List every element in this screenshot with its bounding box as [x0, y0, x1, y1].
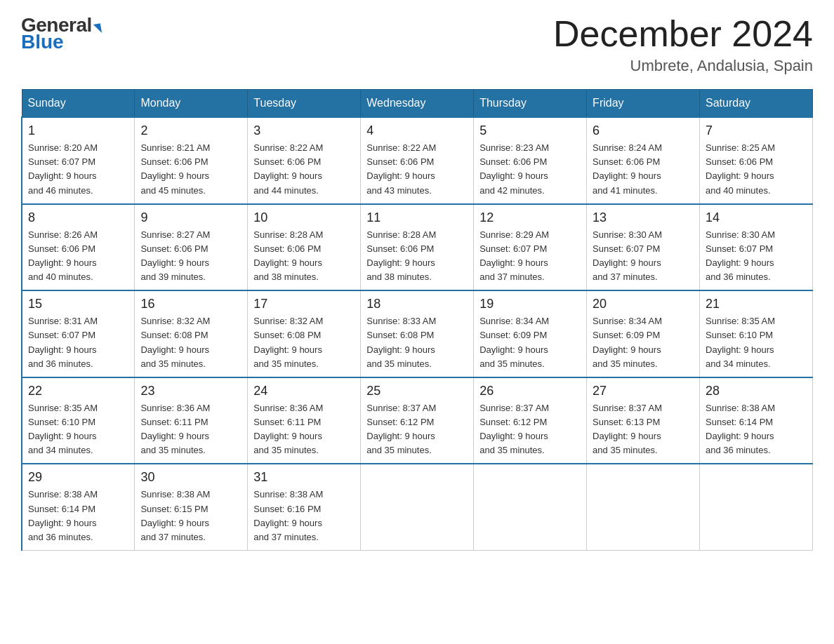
day-info: Sunrise: 8:37 AM Sunset: 6:12 PM Dayligh… — [366, 401, 468, 458]
calendar-cell: 1 Sunrise: 8:20 AM Sunset: 6:07 PM Dayli… — [22, 117, 135, 204]
day-number: 11 — [366, 210, 468, 225]
calendar-cell: 24 Sunrise: 8:36 AM Sunset: 6:11 PM Dayl… — [248, 377, 361, 464]
weekday-header-monday: Monday — [135, 90, 248, 118]
weekday-header-sunday: Sunday — [22, 90, 135, 118]
month-title: December 2024 — [553, 14, 813, 54]
calendar-cell: 12 Sunrise: 8:29 AM Sunset: 6:07 PM Dayl… — [474, 204, 587, 291]
day-info: Sunrise: 8:38 AM Sunset: 6:14 PM Dayligh… — [28, 488, 128, 544]
day-number: 6 — [593, 123, 694, 138]
week-row-1: 1 Sunrise: 8:20 AM Sunset: 6:07 PM Dayli… — [22, 117, 813, 204]
day-number: 27 — [593, 384, 694, 398]
day-info: Sunrise: 8:25 AM Sunset: 6:06 PM Dayligh… — [706, 141, 807, 198]
calendar-cell: 26 Sunrise: 8:37 AM Sunset: 6:12 PM Dayl… — [474, 377, 587, 464]
day-number: 23 — [140, 384, 241, 398]
day-number: 30 — [140, 470, 241, 485]
day-number: 21 — [706, 297, 807, 311]
calendar-cell: 23 Sunrise: 8:36 AM Sunset: 6:11 PM Dayl… — [135, 377, 248, 464]
day-number: 24 — [253, 384, 355, 398]
calendar-cell: 22 Sunrise: 8:35 AM Sunset: 6:10 PM Dayl… — [22, 377, 135, 464]
day-info: Sunrise: 8:23 AM Sunset: 6:06 PM Dayligh… — [479, 141, 581, 198]
logo-arrow-icon — [93, 23, 102, 34]
day-number: 25 — [366, 384, 468, 398]
day-info: Sunrise: 8:34 AM Sunset: 6:09 PM Dayligh… — [593, 314, 694, 371]
weekday-header-row: SundayMondayTuesdayWednesdayThursdayFrid… — [22, 90, 813, 118]
day-info: Sunrise: 8:38 AM Sunset: 6:14 PM Dayligh… — [706, 401, 807, 458]
calendar-cell: 6 Sunrise: 8:24 AM Sunset: 6:06 PM Dayli… — [587, 117, 700, 204]
day-info: Sunrise: 8:30 AM Sunset: 6:07 PM Dayligh… — [706, 228, 807, 285]
day-info: Sunrise: 8:27 AM Sunset: 6:06 PM Dayligh… — [140, 228, 241, 285]
day-info: Sunrise: 8:38 AM Sunset: 6:16 PM Dayligh… — [253, 488, 355, 544]
calendar-cell: 13 Sunrise: 8:30 AM Sunset: 6:07 PM Dayl… — [587, 204, 700, 291]
calendar-cell — [474, 464, 587, 550]
calendar-cell: 2 Sunrise: 8:21 AM Sunset: 6:06 PM Dayli… — [135, 117, 248, 204]
calendar-cell: 16 Sunrise: 8:32 AM Sunset: 6:08 PM Dayl… — [135, 290, 248, 377]
weekday-header-friday: Friday — [587, 90, 700, 118]
calendar-cell: 7 Sunrise: 8:25 AM Sunset: 6:06 PM Dayli… — [700, 117, 813, 204]
day-info: Sunrise: 8:37 AM Sunset: 6:12 PM Dayligh… — [479, 401, 581, 458]
day-info: Sunrise: 8:24 AM Sunset: 6:06 PM Dayligh… — [593, 141, 694, 198]
day-number: 14 — [706, 210, 807, 225]
calendar-cell: 17 Sunrise: 8:32 AM Sunset: 6:08 PM Dayl… — [248, 290, 361, 377]
calendar-cell — [361, 464, 474, 550]
day-number: 28 — [706, 384, 807, 398]
day-number: 3 — [253, 123, 355, 138]
day-number: 31 — [253, 470, 355, 485]
page-header: General Blue December 2024 Umbrete, Anda… — [21, 14, 813, 75]
calendar-cell: 3 Sunrise: 8:22 AM Sunset: 6:06 PM Dayli… — [248, 117, 361, 204]
day-info: Sunrise: 8:36 AM Sunset: 6:11 PM Dayligh… — [253, 401, 355, 458]
calendar-cell: 4 Sunrise: 8:22 AM Sunset: 6:06 PM Dayli… — [361, 117, 474, 204]
calendar-cell — [700, 464, 813, 550]
calendar-cell: 14 Sunrise: 8:30 AM Sunset: 6:07 PM Dayl… — [700, 204, 813, 291]
day-info: Sunrise: 8:26 AM Sunset: 6:06 PM Dayligh… — [28, 228, 128, 285]
day-number: 19 — [479, 297, 581, 311]
weekday-header-tuesday: Tuesday — [248, 90, 361, 118]
day-info: Sunrise: 8:35 AM Sunset: 6:10 PM Dayligh… — [28, 401, 128, 458]
day-number: 26 — [479, 384, 581, 398]
calendar-cell: 9 Sunrise: 8:27 AM Sunset: 6:06 PM Dayli… — [135, 204, 248, 291]
day-info: Sunrise: 8:37 AM Sunset: 6:13 PM Dayligh… — [593, 401, 694, 458]
calendar-cell: 25 Sunrise: 8:37 AM Sunset: 6:12 PM Dayl… — [361, 377, 474, 464]
day-info: Sunrise: 8:22 AM Sunset: 6:06 PM Dayligh… — [366, 141, 468, 198]
day-info: Sunrise: 8:32 AM Sunset: 6:08 PM Dayligh… — [140, 314, 241, 371]
day-number: 10 — [253, 210, 355, 225]
day-number: 13 — [593, 210, 694, 225]
day-info: Sunrise: 8:31 AM Sunset: 6:07 PM Dayligh… — [28, 314, 128, 371]
title-block: December 2024 Umbrete, Andalusia, Spain — [553, 14, 813, 75]
calendar-cell: 30 Sunrise: 8:38 AM Sunset: 6:15 PM Dayl… — [135, 464, 248, 550]
calendar-cell: 15 Sunrise: 8:31 AM Sunset: 6:07 PM Dayl… — [22, 290, 135, 377]
day-number: 9 — [140, 210, 241, 225]
day-number: 29 — [28, 470, 128, 485]
day-number: 16 — [140, 297, 241, 311]
logo-blue: Blue — [21, 31, 64, 53]
day-info: Sunrise: 8:21 AM Sunset: 6:06 PM Dayligh… — [140, 141, 241, 198]
day-info: Sunrise: 8:35 AM Sunset: 6:10 PM Dayligh… — [706, 314, 807, 371]
week-row-3: 15 Sunrise: 8:31 AM Sunset: 6:07 PM Dayl… — [22, 290, 813, 377]
calendar-cell: 31 Sunrise: 8:38 AM Sunset: 6:16 PM Dayl… — [248, 464, 361, 550]
calendar-cell: 29 Sunrise: 8:38 AM Sunset: 6:14 PM Dayl… — [22, 464, 135, 550]
calendar-cell: 8 Sunrise: 8:26 AM Sunset: 6:06 PM Dayli… — [22, 204, 135, 291]
day-info: Sunrise: 8:33 AM Sunset: 6:08 PM Dayligh… — [366, 314, 468, 371]
calendar-cell: 19 Sunrise: 8:34 AM Sunset: 6:09 PM Dayl… — [474, 290, 587, 377]
logo: General Blue — [21, 14, 101, 53]
day-number: 5 — [479, 123, 581, 138]
weekday-header-saturday: Saturday — [700, 90, 813, 118]
day-info: Sunrise: 8:32 AM Sunset: 6:08 PM Dayligh… — [253, 314, 355, 371]
calendar-cell: 5 Sunrise: 8:23 AM Sunset: 6:06 PM Dayli… — [474, 117, 587, 204]
week-row-5: 29 Sunrise: 8:38 AM Sunset: 6:14 PM Dayl… — [22, 464, 813, 550]
day-info: Sunrise: 8:29 AM Sunset: 6:07 PM Dayligh… — [479, 228, 581, 285]
weekday-header-wednesday: Wednesday — [361, 90, 474, 118]
calendar-cell: 28 Sunrise: 8:38 AM Sunset: 6:14 PM Dayl… — [700, 377, 813, 464]
day-info: Sunrise: 8:28 AM Sunset: 6:06 PM Dayligh… — [366, 228, 468, 285]
day-number: 2 — [140, 123, 241, 138]
day-number: 7 — [706, 123, 807, 138]
day-number: 18 — [366, 297, 468, 311]
day-number: 1 — [28, 123, 128, 138]
calendar-cell: 20 Sunrise: 8:34 AM Sunset: 6:09 PM Dayl… — [587, 290, 700, 377]
week-row-2: 8 Sunrise: 8:26 AM Sunset: 6:06 PM Dayli… — [22, 204, 813, 291]
calendar-table: SundayMondayTuesdayWednesdayThursdayFrid… — [21, 89, 813, 551]
calendar-cell — [587, 464, 700, 550]
day-info: Sunrise: 8:30 AM Sunset: 6:07 PM Dayligh… — [593, 228, 694, 285]
calendar-cell: 27 Sunrise: 8:37 AM Sunset: 6:13 PM Dayl… — [587, 377, 700, 464]
day-info: Sunrise: 8:34 AM Sunset: 6:09 PM Dayligh… — [479, 314, 581, 371]
day-info: Sunrise: 8:36 AM Sunset: 6:11 PM Dayligh… — [140, 401, 241, 458]
